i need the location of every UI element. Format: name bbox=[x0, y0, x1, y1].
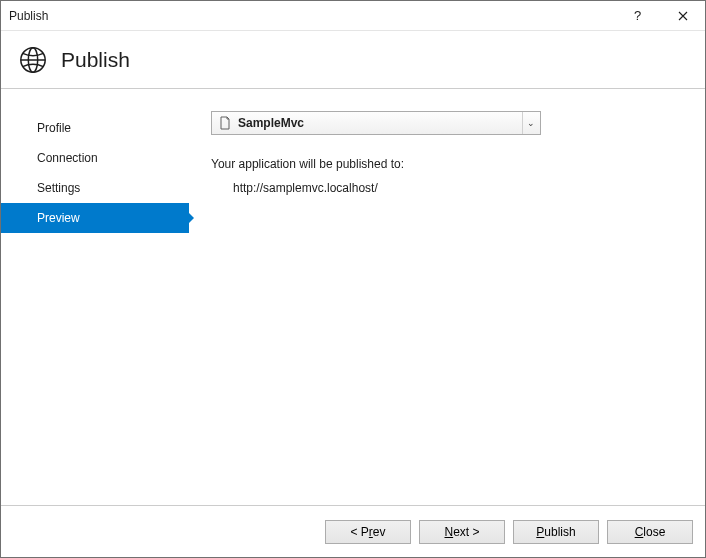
dialog-footer: < Prev Next > Publish Close bbox=[1, 505, 705, 557]
content-panel: SampleMvc ⌄ Your application will be pub… bbox=[179, 111, 683, 505]
publish-message: Your application will be published to: bbox=[211, 157, 683, 171]
dialog-body: Profile Connection Settings Preview Samp… bbox=[1, 89, 705, 505]
close-icon bbox=[678, 11, 688, 21]
prev-label: Prev bbox=[361, 525, 386, 539]
wizard-sidebar: Profile Connection Settings Preview bbox=[1, 111, 179, 505]
profile-dropdown[interactable]: SampleMvc ⌄ bbox=[211, 111, 541, 135]
publish-button[interactable]: Publish bbox=[513, 520, 599, 544]
chevron-down-icon: ⌄ bbox=[522, 112, 536, 134]
next-button[interactable]: Next > bbox=[419, 520, 505, 544]
sidebar-item-profile[interactable]: Profile bbox=[1, 113, 179, 143]
sidebar-item-preview[interactable]: Preview bbox=[1, 203, 189, 233]
globe-icon bbox=[17, 44, 49, 76]
close-label: Close bbox=[635, 525, 666, 539]
prev-button[interactable]: < Prev bbox=[325, 520, 411, 544]
sidebar-item-connection[interactable]: Connection bbox=[1, 143, 179, 173]
sidebar-item-settings[interactable]: Settings bbox=[1, 173, 179, 203]
document-icon bbox=[218, 116, 232, 130]
window-title: Publish bbox=[9, 9, 615, 23]
titlebar: Publish ? bbox=[1, 1, 705, 31]
close-window-button[interactable] bbox=[660, 1, 705, 30]
publish-dialog: Publish ? Publish Profile Connection Set… bbox=[0, 0, 706, 558]
dialog-title: Publish bbox=[61, 48, 130, 72]
next-label: Next bbox=[444, 525, 469, 539]
profile-dropdown-value: SampleMvc bbox=[238, 116, 516, 130]
help-button[interactable]: ? bbox=[615, 1, 660, 30]
close-button[interactable]: Close bbox=[607, 520, 693, 544]
publish-label: Publish bbox=[536, 525, 575, 539]
publish-url: http://samplemvc.localhost/ bbox=[211, 181, 683, 195]
dialog-header: Publish bbox=[1, 31, 705, 89]
